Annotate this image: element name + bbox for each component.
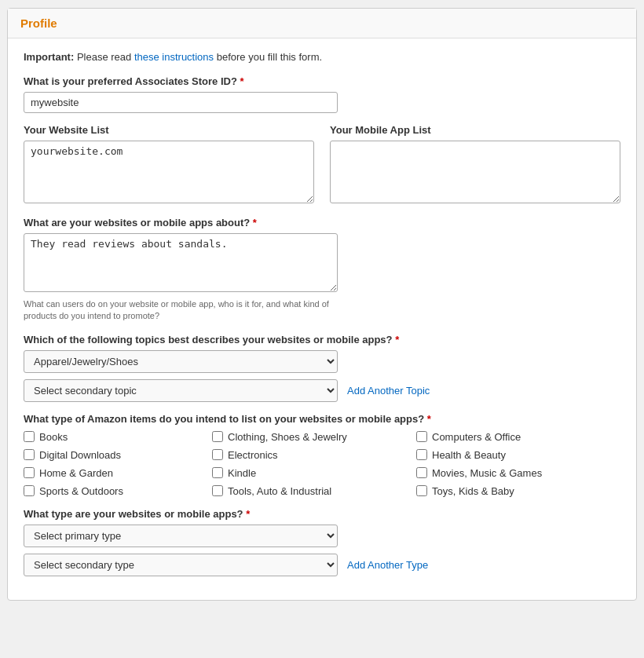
store-id-required: *	[240, 75, 244, 87]
topics-required: *	[395, 334, 399, 345]
primary-topic-row: Apparel/Jewelry/Shoes Arts & Crafts Auto…	[24, 350, 620, 373]
form-body: Important: Please read these instruction…	[8, 38, 636, 600]
website-type-required: *	[246, 508, 250, 520]
primary-type-select[interactable]: Select primary type Blog Comparison Site…	[24, 525, 338, 547]
important-prefix: Important:	[24, 51, 74, 63]
checkbox-tools: Tools, Auto & Industrial	[212, 485, 416, 497]
kindle-label: Kindle	[228, 467, 256, 479]
secondary-topic-row: Select secondary topic Arts & Crafts Aut…	[24, 379, 620, 402]
movies-checkbox[interactable]	[416, 467, 427, 478]
electronics-checkbox[interactable]	[212, 449, 223, 460]
checkbox-electronics: Electronics	[212, 449, 416, 461]
books-checkbox[interactable]	[24, 431, 35, 442]
amazon-items-section: What type of Amazon items do you intend …	[24, 413, 620, 497]
checkbox-computers: Computers & Office	[416, 431, 620, 443]
checkbox-digital: Digital Downloads	[24, 449, 212, 461]
about-required: *	[253, 217, 257, 228]
electronics-label: Electronics	[228, 449, 278, 461]
computers-label: Computers & Office	[432, 431, 521, 443]
mobile-list-label: Your Mobile App List	[330, 124, 620, 136]
secondary-type-select[interactable]: Select secondary type Blog Comparison Si…	[24, 554, 338, 576]
lists-row: Your Website List yourwebsite.com Your M…	[24, 124, 620, 206]
store-id-section: What is your preferred Associates Store …	[24, 75, 620, 113]
checkbox-books: Books	[24, 431, 212, 443]
instructions-link[interactable]: these instructions	[134, 51, 214, 63]
mobile-list-section: Your Mobile App List	[330, 124, 620, 206]
sports-label: Sports & Outdoors	[39, 485, 123, 497]
clothing-checkbox[interactable]	[212, 431, 223, 442]
sports-checkbox[interactable]	[24, 485, 35, 496]
health-checkbox[interactable]	[416, 449, 427, 460]
store-id-label: What is your preferred Associates Store …	[24, 75, 620, 87]
checkbox-sports: Sports & Outdoors	[24, 485, 212, 497]
website-list-textarea[interactable]: yourwebsite.com	[24, 141, 314, 203]
add-another-topic-link[interactable]: Add Another Topic	[347, 385, 430, 397]
secondary-topic-select[interactable]: Select secondary topic Arts & Crafts Aut…	[24, 379, 338, 402]
profile-title: Profile	[20, 16, 57, 30]
amazon-items-label: What type of Amazon items do you intend …	[24, 413, 620, 425]
movies-label: Movies, Music & Games	[432, 467, 542, 479]
kindle-checkbox[interactable]	[212, 467, 223, 478]
secondary-type-row: Select secondary type Blog Comparison Si…	[24, 554, 620, 576]
toys-label: Toys, Kids & Baby	[432, 485, 514, 497]
checkbox-toys: Toys, Kids & Baby	[416, 485, 620, 497]
books-label: Books	[39, 431, 68, 443]
checkbox-clothing: Clothing, Shoes & Jewelry	[212, 431, 416, 443]
profile-header: Profile	[8, 9, 636, 38]
clothing-label: Clothing, Shoes & Jewelry	[228, 431, 347, 443]
primary-topic-select[interactable]: Apparel/Jewelry/Shoes Arts & Crafts Auto…	[24, 350, 338, 373]
topics-label: Which of the following topics best descr…	[24, 334, 620, 345]
about-textarea[interactable]: They read reviews about sandals.	[24, 233, 338, 292]
about-hint: What can users do on your website or mob…	[24, 298, 338, 323]
store-id-input[interactable]	[24, 92, 338, 113]
mobile-list-textarea[interactable]	[330, 141, 620, 203]
home-label: Home & Garden	[39, 467, 113, 479]
about-section: What are your websites or mobile apps ab…	[24, 217, 620, 323]
checkbox-health: Health & Beauty	[416, 449, 620, 461]
page-container: Profile Important: Please read these ins…	[7, 8, 637, 601]
checkbox-movies: Movies, Music & Games	[416, 467, 620, 479]
toys-checkbox[interactable]	[416, 485, 427, 496]
checkbox-kindle: Kindle	[212, 467, 416, 479]
about-label: What are your websites or mobile apps ab…	[24, 217, 620, 228]
health-label: Health & Beauty	[432, 449, 506, 461]
website-type-section: What type are your websites or mobile ap…	[24, 508, 620, 576]
amazon-items-required: *	[427, 413, 431, 425]
topics-section: Which of the following topics best descr…	[24, 334, 620, 402]
digital-checkbox[interactable]	[24, 449, 35, 460]
computers-checkbox[interactable]	[416, 431, 427, 442]
website-type-label: What type are your websites or mobile ap…	[24, 508, 620, 520]
website-list-label: Your Website List	[24, 124, 314, 136]
home-checkbox[interactable]	[24, 467, 35, 478]
checkboxes-grid: Books Clothing, Shoes & Jewelry Computer…	[24, 431, 620, 497]
important-note: Important: Please read these instruction…	[24, 51, 620, 63]
checkbox-home: Home & Garden	[24, 467, 212, 479]
add-another-type-link[interactable]: Add Another Type	[347, 559, 428, 571]
primary-type-row: Select primary type Blog Comparison Site…	[24, 525, 620, 547]
important-suffix: before you fill this form.	[217, 51, 322, 63]
digital-label: Digital Downloads	[39, 449, 121, 461]
tools-checkbox[interactable]	[212, 485, 223, 496]
important-text: Please read	[77, 51, 134, 63]
website-list-section: Your Website List yourwebsite.com	[24, 124, 314, 206]
tools-label: Tools, Auto & Industrial	[228, 485, 331, 497]
